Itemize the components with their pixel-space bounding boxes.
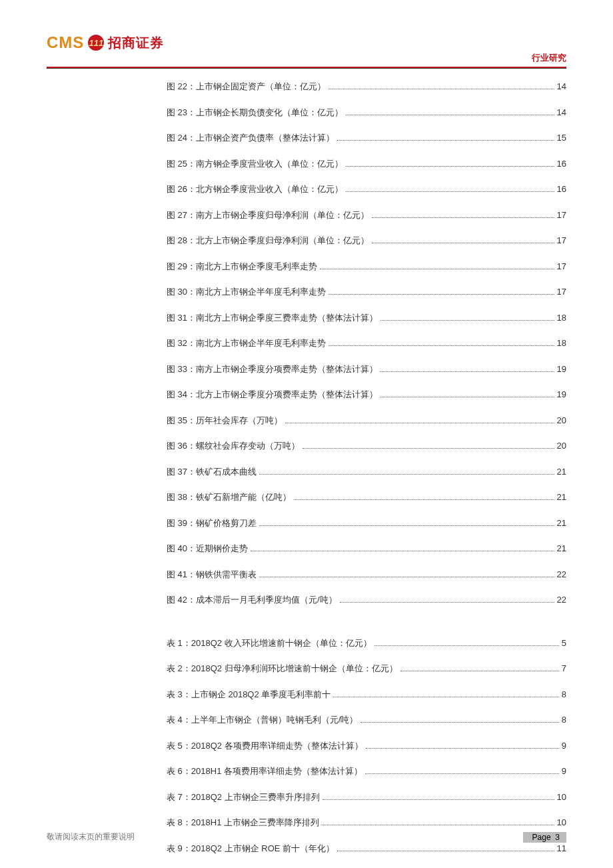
- toc-entry-page: 17: [557, 234, 566, 247]
- toc-dot-leader: [259, 577, 554, 577]
- toc-entry: 表 9：2018Q2 上市钢企 ROE 前十（年化）11: [167, 842, 566, 855]
- toc-entry: 表 4：上半年上市钢企（普钢）吨钢毛利（元/吨）8: [167, 713, 566, 727]
- page-number-badge: Page 3: [523, 832, 566, 843]
- toc-dot-leader: [337, 140, 554, 141]
- toc-entry: 图 35：历年社会库存（万吨）20: [167, 414, 566, 427]
- toc-dot-leader: [333, 697, 558, 697]
- toc-entry-label: 表 5：2018Q2 各项费用率详细走势（整体法计算）: [167, 739, 363, 753]
- brand-badge-icon: 111: [88, 35, 104, 51]
- toc-entry-label: 图 34：北方上市钢企季度分项费率走势（整体法计算）: [167, 388, 378, 401]
- toc-dot-leader: [346, 191, 554, 192]
- toc-dot-leader: [303, 448, 554, 449]
- toc-dot-leader: [372, 243, 554, 243]
- toc-entry-page: 22: [557, 568, 566, 581]
- toc-entry: 图 36：螺纹社会库存变动（万吨）20: [167, 439, 566, 453]
- toc-dot-leader: [380, 320, 554, 321]
- toc-entry-page: 21: [557, 542, 566, 555]
- toc-entry-label: 图 42：成本滞后一月毛利季度均值（元/吨）: [167, 593, 337, 607]
- toc-entry-label: 图 22：上市钢企固定资产（单位：亿元）: [167, 80, 326, 93]
- toc-entry-label: 表 9：2018Q2 上市钢企 ROE 前十（年化）: [167, 842, 334, 855]
- toc-entry-page: 19: [557, 363, 566, 376]
- toc-entry: 图 27：南方上市钢企季度归母净利润（单位：亿元）17: [167, 209, 566, 222]
- toc-entry-label: 图 38：铁矿石新增产能（亿吨）: [167, 491, 291, 504]
- toc-entry-label: 表 7：2018Q2 上市钢企三费率升序排列: [167, 791, 320, 804]
- toc-entry-label: 图 33：南方上市钢企季度分项费率走势（整体法计算）: [167, 363, 378, 376]
- toc-entry: 图 22：上市钢企固定资产（单位：亿元）14: [167, 80, 566, 93]
- toc-dot-leader: [294, 499, 554, 500]
- toc-entry-page: 17: [557, 209, 566, 222]
- toc-section-gap: [167, 619, 566, 637]
- toc-entry-label: 表 6：2018H1 各项费用率详细走势（整体法计算）: [167, 765, 362, 778]
- toc-entry: 图 24：上市钢企资产负债率（整体法计算）15: [167, 131, 566, 145]
- toc-entry: 表 8：2018H1 上市钢企三费率降序排列10: [167, 816, 566, 829]
- toc-entry: 图 28：北方上市钢企季度归母净利润（单位：亿元）17: [167, 234, 566, 247]
- toc-entry: 图 26：北方钢企季度营业收入（单位：亿元）16: [167, 183, 566, 196]
- page-footer: 敬请阅读末页的重要说明 Page 3: [47, 831, 566, 843]
- toc-entry-label: 图 37：铁矿石成本曲线: [167, 465, 257, 479]
- toc-dot-leader: [328, 294, 554, 295]
- toc-entry: 表 2：2018Q2 归母净利润环比增速前十钢企（单位：亿元）7: [167, 662, 566, 675]
- toc-entry-label: 图 41：钢铁供需平衡表: [167, 568, 257, 581]
- footer-disclaimer: 敬请阅读末页的重要说明: [47, 831, 135, 843]
- toc-entry-page: 18: [557, 311, 566, 325]
- toc-entry-page: 22: [557, 593, 566, 607]
- toc-entry-page: 16: [557, 183, 566, 196]
- toc-dot-leader: [251, 551, 554, 551]
- toc-entry: 表 6：2018H1 各项费用率详细走势（整体法计算）9: [167, 765, 566, 778]
- toc-entry-label: 表 8：2018H1 上市钢企三费率降序排列: [167, 816, 319, 829]
- toc-entry: 表 5：2018Q2 各项费用率详细走势（整体法计算）9: [167, 739, 566, 753]
- toc-entry: 表 7：2018Q2 上市钢企三费率升序排列10: [167, 791, 566, 804]
- toc-entry-label: 图 27：南方上市钢企季度归母净利润（单位：亿元）: [167, 209, 369, 222]
- toc-entry-page: 14: [557, 80, 566, 93]
- toc-dot-leader: [360, 722, 558, 723]
- toc-entry-page: 19: [557, 388, 566, 401]
- toc-dot-leader: [346, 115, 554, 115]
- toc-entry-page: 10: [557, 816, 566, 829]
- toc-entry-page: 5: [562, 637, 566, 650]
- toc-entry-page: 7: [562, 662, 566, 675]
- toc-entry: 图 23：上市钢企长期负债变化（单位：亿元）14: [167, 106, 566, 119]
- toc-entry-label: 表 2：2018Q2 归母净利润环比增速前十钢企（单位：亿元）: [167, 662, 398, 675]
- toc-entry-page: 16: [557, 157, 566, 171]
- toc-entry-page: 20: [557, 414, 566, 427]
- toc-dot-leader: [346, 166, 554, 167]
- toc-entry: 表 3：上市钢企 2018Q2 单季度毛利率前十8: [167, 688, 566, 701]
- toc-entry-label: 图 36：螺纹社会库存变动（万吨）: [167, 439, 300, 453]
- toc-entry-page: 21: [557, 491, 566, 504]
- toc-entry: 图 38：铁矿石新增产能（亿吨）21: [167, 491, 566, 504]
- toc-entry: 图 37：铁矿石成本曲线21: [167, 465, 566, 479]
- toc-dot-leader: [340, 602, 554, 603]
- page-number: 3: [555, 833, 560, 842]
- toc-entry-label: 图 32：南北方上市钢企半年度毛利率走势: [167, 337, 326, 350]
- toc-entry: 图 25：南方钢企季度营业收入（单位：亿元）16: [167, 157, 566, 171]
- toc-dot-leader: [374, 645, 559, 646]
- toc-entry-page: 20: [557, 439, 566, 453]
- toc-entry: 图 30：南北方上市钢企半年度毛利率走势17: [167, 285, 566, 299]
- toc-entry-label: 图 23：上市钢企长期负债变化（单位：亿元）: [167, 106, 343, 119]
- toc-dot-leader: [285, 423, 554, 423]
- toc-entry: 图 41：钢铁供需平衡表22: [167, 568, 566, 581]
- toc-dot-leader: [320, 269, 554, 269]
- toc-entry: 表 1：2018Q2 收入环比增速前十钢企（单位：亿元）5: [167, 637, 566, 650]
- toc-entry-label: 图 39：钢矿价格剪刀差: [167, 517, 257, 530]
- toc-entry-page: 17: [557, 260, 566, 273]
- toc-entry-page: 9: [562, 739, 566, 753]
- toc-dot-leader: [365, 773, 559, 774]
- toc-entry-label: 图 26：北方钢企季度营业收入（单位：亿元）: [167, 183, 343, 196]
- toc-dot-leader: [380, 397, 554, 397]
- toc-entry-page: 15: [557, 131, 566, 145]
- toc-entry-label: 图 24：上市钢企资产负债率（整体法计算）: [167, 131, 334, 145]
- brand-cn-text: 招商证券: [108, 34, 164, 52]
- toc-dot-leader: [322, 825, 554, 825]
- toc-dot-leader: [400, 671, 559, 671]
- toc-entry-page: 10: [557, 791, 566, 804]
- toc-entry: 图 40：近期钢价走势21: [167, 542, 566, 555]
- toc-entry: 图 42：成本滞后一月毛利季度均值（元/吨）22: [167, 593, 566, 607]
- brand-logo: CMS 111 招商证券: [47, 33, 566, 52]
- toc-entry-page: 11: [557, 842, 566, 855]
- toc-entry-label: 图 31：南北方上市钢企季度三费率走势（整体法计算）: [167, 311, 378, 325]
- toc-dot-leader: [259, 474, 554, 475]
- toc-dot-leader: [328, 89, 554, 89]
- toc-entry: 图 32：南北方上市钢企半年度毛利率走势18: [167, 337, 566, 350]
- toc-entry: 图 31：南北方上市钢企季度三费率走势（整体法计算）18: [167, 311, 566, 325]
